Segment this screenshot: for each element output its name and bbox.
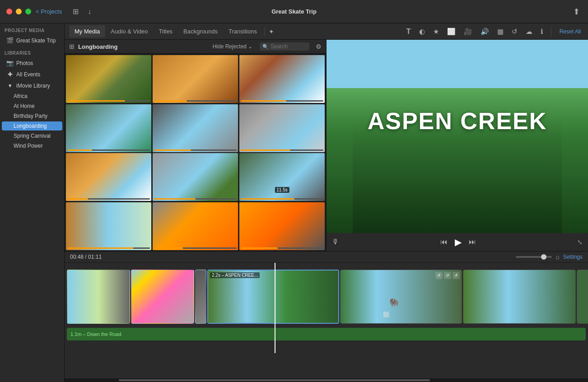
timeline-clips: 2.2s – ASPEN CREE... ↺ ↺ ↺ — [65, 267, 588, 326]
skip-back-button[interactable]: ⏮ — [440, 238, 448, 246]
minimize-button[interactable] — [16, 9, 22, 14]
volume-tool-icon[interactable]: 🔊 — [478, 26, 491, 37]
sidebar-item-all-events-label: All Events — [16, 71, 40, 78]
search-input[interactable] — [271, 43, 307, 50]
magic-wand-icon[interactable]: ✦ — [266, 27, 276, 37]
noise-tool-icon[interactable]: ☁ — [523, 26, 535, 37]
video-thumbnail[interactable] — [239, 202, 325, 250]
timeline-clip[interactable] — [463, 270, 576, 324]
traffic-lights — [0, 9, 31, 14]
media-browser: ⊞ Longboarding Hide Rejected ⌄ 🔍 ⚙ — [65, 40, 327, 251]
zoom-slider[interactable] — [516, 256, 552, 258]
film-icon: 🎬 — [6, 37, 14, 44]
animal-icon: 🦬 — [389, 298, 399, 307]
timeline-scrollbar[interactable] — [65, 378, 588, 382]
stabilize-tool-icon[interactable]: 🎥 — [462, 26, 475, 37]
play-button[interactable]: ▶ — [455, 237, 462, 247]
search-icon: 🔍 — [262, 44, 269, 50]
sidebar-item-all-events[interactable]: ✚ All Events — [2, 69, 62, 79]
preview-viewport: ASPEN CREEK — [327, 40, 588, 233]
projects-button[interactable]: < Projects — [36, 8, 62, 15]
timeline-clip[interactable]: ↺ ↺ ↺ 🦬 ⬜ — [340, 270, 462, 324]
media-browser-header: ⊞ Longboarding Hide Rejected ⌄ 🔍 ⚙ — [65, 40, 326, 54]
speed-tool-icon[interactable]: ↺ — [509, 26, 520, 37]
skip-forward-button[interactable]: ⏭ — [469, 238, 476, 246]
preview-panel: ASPEN CREEK 🎙 ⏮ ▶ ⏭ ⤡ — [327, 40, 588, 251]
preview-title: ASPEN CREEK — [368, 107, 547, 135]
crop-tool-icon[interactable]: ⬜ — [445, 26, 458, 37]
media-browser-title: Longboarding — [78, 43, 117, 50]
timeline-clip[interactable] — [131, 270, 194, 324]
info-tool-icon[interactable]: ℹ — [538, 26, 546, 37]
text-tool-icon[interactable]: T — [404, 26, 413, 37]
sidebar-item-birthday-party[interactable]: Birthday Party — [2, 112, 62, 121]
tab-my-media[interactable]: My Media — [69, 25, 105, 37]
frame-icon: ⬜ — [383, 312, 390, 318]
timeline-settings-button[interactable]: Settings — [563, 254, 583, 260]
share-icon[interactable]: ⬆ — [571, 5, 582, 19]
playhead — [275, 263, 275, 353]
video-thumbnail[interactable] — [153, 202, 238, 250]
editing-tools: T ◐ ★ ⬜ 🎥 🔊 ▦ ↺ ☁ ℹ Reset All — [404, 26, 583, 37]
video-thumbnail[interactable] — [66, 202, 151, 250]
sidebar-item-great-skate-trip[interactable]: 🎬 Great Skate Trip — [2, 35, 62, 46]
sidebar-item-photos[interactable]: 📷 Photos — [2, 58, 62, 68]
video-thumbnail[interactable] — [153, 55, 238, 103]
clip-overlay-icon: ↺ — [435, 272, 443, 279]
toolbar-separator — [264, 27, 265, 36]
video-thumbnail[interactable]: 11.5s — [239, 153, 325, 201]
sidebar-item-imovie-library[interactable]: ▾ iMovie Library — [2, 80, 62, 91]
sidebar-item-label: Great Skate Trip — [16, 37, 56, 44]
photos-icon: 📷 — [6, 60, 14, 66]
timeline-scrollbar-thumb[interactable] — [119, 379, 430, 381]
zoom-slider-thumb[interactable] — [541, 254, 546, 260]
settings-gear-icon[interactable]: ⚙ — [316, 43, 322, 50]
tab-audio-video[interactable]: Audio & Video — [105, 25, 153, 37]
view-toggle-icon[interactable]: ⊞ — [69, 43, 75, 50]
microphone-icon[interactable]: 🎙 — [332, 238, 339, 246]
close-button[interactable] — [6, 9, 12, 14]
video-grid: 11.5s — [65, 54, 326, 251]
hide-rejected-label: Hide Rejected — [213, 43, 247, 50]
timeline-scroll-area[interactable]: 2.2s – ASPEN CREE... ↺ ↺ ↺ — [65, 263, 588, 378]
content-area: My Media Audio & Video Titles Background… — [65, 23, 588, 382]
video-thumbnail[interactable] — [153, 153, 238, 201]
sidebar-item-imovie-library-label: iMovie Library — [16, 83, 50, 89]
grid-view-icon[interactable]: ⊞ — [71, 5, 80, 18]
video-thumbnail[interactable] — [66, 153, 151, 201]
reset-all-button[interactable]: Reset All — [557, 27, 583, 36]
video-thumbnail[interactable] — [153, 104, 238, 152]
home-icon[interactable]: ⌂ — [555, 253, 559, 261]
sidebar-item-spring-carnival[interactable]: Spring Carnival — [2, 131, 62, 140]
toolbar-icons-left: ⊞ ↓ — [71, 5, 93, 18]
video-thumbnail[interactable] — [66, 55, 151, 103]
sidebar-item-at-home[interactable]: At Home — [2, 102, 62, 111]
hide-rejected-button[interactable]: Hide Rejected ⌄ — [213, 43, 252, 50]
sidebar: PROJECT MEDIA 🎬 Great Skate Trip LIBRARI… — [0, 23, 65, 382]
sidebar-item-wind-power[interactable]: Wind Power — [2, 141, 62, 150]
filter-tool-icon[interactable]: ★ — [431, 26, 441, 37]
preview-image: ASPEN CREEK — [327, 40, 588, 233]
search-box[interactable]: 🔍 — [260, 42, 309, 51]
import-icon[interactable]: ↓ — [86, 6, 93, 18]
tab-titles[interactable]: Titles — [154, 25, 178, 37]
color-tool-icon[interactable]: ◐ — [417, 26, 427, 37]
timeline-clip[interactable] — [577, 270, 588, 324]
playback-controls: ⏮ ▶ ⏭ — [440, 237, 476, 247]
timeline-clip[interactable] — [195, 270, 206, 324]
tab-transitions[interactable]: Transitions — [223, 25, 262, 37]
video-thumbnail[interactable] — [66, 104, 151, 152]
fullscreen-icon[interactable]: ⤡ — [577, 238, 583, 246]
equalizer-tool-icon[interactable]: ▦ — [495, 26, 506, 37]
video-thumbnail[interactable] — [239, 55, 325, 103]
audio-track: 1.1m – Down the Road — [67, 328, 586, 340]
sidebar-item-africa[interactable]: Africa — [2, 92, 62, 101]
sidebar-item-longboarding[interactable]: Longboarding — [2, 121, 62, 130]
timeline-clip[interactable] — [67, 270, 130, 324]
fullscreen-button[interactable] — [25, 9, 31, 14]
timeline-clip-selected[interactable]: 2.2s – ASPEN CREE... — [207, 270, 339, 324]
libraries-header: LIBRARIES — [0, 46, 64, 57]
video-thumbnail[interactable] — [239, 104, 325, 152]
tab-backgrounds[interactable]: Backgrounds — [178, 25, 223, 37]
window-title: Great Skate Trip — [271, 8, 317, 15]
